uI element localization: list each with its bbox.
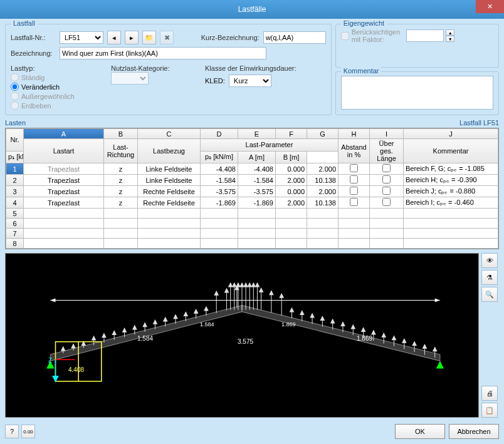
- col-letter-i[interactable]: I: [370, 129, 404, 139]
- col-letter-b[interactable]: B: [104, 129, 138, 139]
- table-row[interactable]: 7: [6, 229, 498, 239]
- vp-print-button[interactable]: 🖨: [481, 386, 498, 401]
- kommentar-group-title: Kommentar: [341, 67, 382, 75]
- kurz-label: Kurz-Bezeichnung:: [201, 34, 260, 41]
- hdr-param-group[interactable]: Last-Parameter: [201, 139, 339, 152]
- svg-marker-30: [194, 309, 198, 313]
- table-row[interactable]: 1TrapezlastzLinke Feldseite-4.408-4.4080…: [6, 163, 498, 175]
- export-icon: 📋: [485, 406, 494, 415]
- chevron-right-icon: ▸: [130, 34, 134, 42]
- lasten-grid[interactable]: Nr. A B C D E F G H I J Lastart La: [5, 128, 499, 249]
- svg-marker-94: [436, 361, 444, 368]
- svg-marker-24: [164, 318, 167, 321]
- svg-marker-86: [412, 342, 416, 346]
- col-letter-d[interactable]: D: [201, 129, 238, 139]
- table-row[interactable]: 4TrapezlastzRechte Feldseite-1.869-1.869…: [6, 197, 498, 209]
- svg-marker-4: [61, 347, 65, 351]
- faktor-up[interactable]: ▲: [446, 29, 454, 36]
- table-row[interactable]: 2TrapezlastzLinke Feldseite-1.584-1.5842…: [6, 175, 498, 186]
- kurz-input[interactable]: [263, 31, 326, 44]
- next-button[interactable]: ▸: [125, 31, 139, 44]
- nutz-select[interactable]: [111, 72, 149, 85]
- col-letter-f[interactable]: F: [276, 129, 307, 139]
- vp-tool-button[interactable]: ⚗: [481, 270, 498, 285]
- ok-button[interactable]: OK: [395, 424, 445, 439]
- svg-marker-58: [270, 291, 273, 295]
- vp-label-1869: 1.869: [357, 335, 372, 342]
- svg-marker-28: [184, 312, 187, 316]
- vp-label-mid2: 1.869: [281, 321, 296, 328]
- radio-veraenderlich-label: Veränderlich: [21, 83, 60, 91]
- radio-staendig-label: Ständig: [21, 74, 45, 81]
- table-row[interactable]: 6: [6, 219, 498, 229]
- bez-input[interactable]: [60, 47, 266, 59]
- klasse-label: Klasse der Einwirkungsdauer:: [205, 65, 312, 72]
- radio-staendig[interactable]: [11, 73, 19, 81]
- viewport[interactable]: 1.584 3.575 1.869 4.408 1.584 1.869 Z: [5, 253, 479, 418]
- col-letter-g[interactable]: G: [307, 129, 339, 139]
- col-letter-j[interactable]: J: [404, 129, 498, 139]
- titlebar: Lastfälle ✕: [0, 0, 504, 19]
- hdr-richtung[interactable]: Last- Richtung: [104, 139, 138, 163]
- bez-label: Bezeichnung:: [11, 49, 56, 57]
- svg-marker-40: [229, 283, 233, 287]
- vp-eye-button[interactable]: 👁: [481, 253, 498, 268]
- kommentar-group: Kommentar: [335, 71, 499, 115]
- close-button[interactable]: ✕: [476, 0, 504, 13]
- svg-marker-16: [122, 328, 126, 332]
- vp-label-1584: 1.584: [137, 335, 153, 342]
- vp-zoom-button[interactable]: 🔍: [481, 287, 498, 302]
- hdr-kommentar[interactable]: Kommentar: [404, 139, 498, 163]
- cancel-button[interactable]: Abbrechen: [449, 424, 499, 439]
- kled-label: KLED:: [205, 77, 225, 85]
- hdr-ueber[interactable]: Über ges. Länge: [370, 139, 404, 163]
- vp-label-4408: 4.408: [68, 366, 84, 373]
- radio-aussergewoehnlich[interactable]: [11, 92, 19, 100]
- svg-marker-46: [240, 283, 244, 287]
- help-button[interactable]: ?: [5, 425, 19, 438]
- lastfall-nr-select[interactable]: LF51: [60, 31, 103, 44]
- hdr-abstand[interactable]: Abstand in %: [339, 139, 370, 163]
- faktor-down[interactable]: ▼: [446, 36, 454, 42]
- radio-erdbeben[interactable]: [11, 101, 19, 110]
- tool-icon: ⚗: [486, 274, 493, 282]
- svg-marker-42: [233, 283, 236, 287]
- svg-marker-80: [382, 333, 386, 337]
- col-nr[interactable]: Nr.: [6, 129, 24, 152]
- prev-button[interactable]: ◂: [107, 31, 121, 44]
- svg-marker-54: [255, 283, 259, 287]
- eigen-check-label: Berücksichtigen mit Faktor:: [352, 28, 401, 43]
- help-icon: ?: [10, 428, 14, 435]
- col-letter-a[interactable]: A: [24, 129, 104, 139]
- svg-marker-32: [204, 307, 208, 311]
- col-letter-c[interactable]: C: [138, 129, 201, 139]
- faktor-input[interactable]: [406, 29, 444, 42]
- zoom-icon: 🔍: [485, 291, 494, 299]
- radio-veraenderlich[interactable]: [11, 83, 19, 91]
- svg-marker-56: [260, 288, 263, 292]
- col-letter-e[interactable]: E: [238, 129, 276, 139]
- hdr-p1[interactable]: p₁ [kN/m]: [6, 151, 24, 163]
- col-letter-h[interactable]: H: [339, 129, 370, 139]
- table-row[interactable]: 5: [6, 209, 498, 219]
- hdr-b[interactable]: B [m]: [276, 151, 307, 163]
- svg-marker-44: [236, 283, 240, 287]
- chevron-left-icon: ◂: [112, 34, 116, 42]
- hdr-lastbezug[interactable]: Lastbezug: [138, 139, 201, 163]
- eigen-checkbox[interactable]: [341, 32, 349, 40]
- units-button[interactable]: 0.00: [21, 425, 35, 438]
- hdr-lastart[interactable]: Lastart: [24, 139, 104, 163]
- kled-select[interactable]: Kurz: [229, 75, 271, 87]
- kommentar-textarea[interactable]: [341, 76, 493, 110]
- hdr-p2[interactable]: p₂ [kN/m]: [201, 151, 238, 163]
- svg-marker-88: [423, 344, 426, 348]
- lasten-section: Lasten Lastfall LF51 Nr. A B C D E: [5, 119, 499, 249]
- svg-marker-48: [244, 283, 248, 287]
- table-row[interactable]: 8: [6, 239, 498, 249]
- hdr-a[interactable]: A [m]: [238, 151, 276, 163]
- delete-button[interactable]: ✖: [160, 31, 174, 44]
- vp-export-button[interactable]: 📋: [481, 403, 498, 418]
- table-row[interactable]: 3TrapezlastzRechte Feldseite-3.575-3.575…: [6, 186, 498, 197]
- svg-marker-72: [341, 322, 345, 326]
- new-button[interactable]: 📁: [142, 31, 156, 44]
